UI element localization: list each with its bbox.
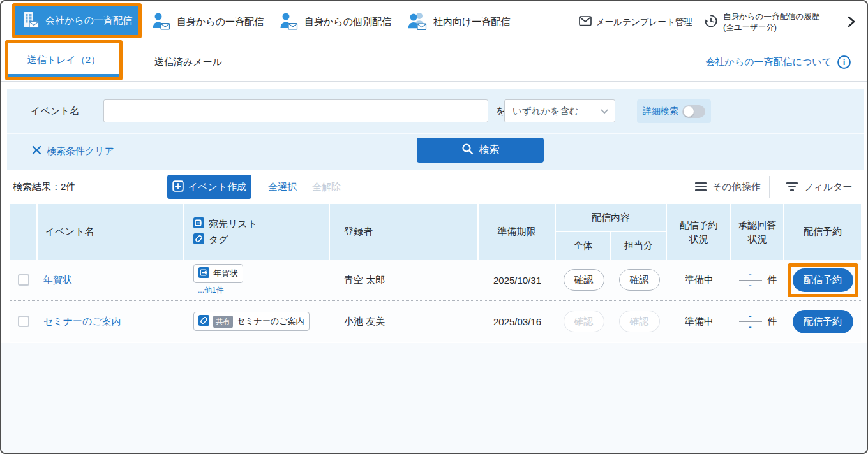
delivery-reserve-button[interactable]: 配信予約 <box>793 268 853 292</box>
header-checkbox-column <box>10 204 38 260</box>
search-panel: イベント名 を いずれかを含む 詳細検索 検索条件クリア <box>7 89 864 170</box>
other-actions-menu[interactable]: その他操作 <box>695 170 761 204</box>
highlight-box-outbox-tab: 送信トレイ（2） <box>5 40 123 80</box>
header-delivery-content: 配信内容 <box>556 204 666 232</box>
approval-count-cell: - - 件 <box>731 272 784 288</box>
event-table: イベント名 宛先リスト <box>10 204 861 342</box>
select-all-link[interactable]: 全選択 <box>268 170 297 204</box>
x-clear-icon <box>32 145 41 157</box>
event-name-link[interactable]: 年賀状 <box>38 274 72 286</box>
highlight-box-reserve-button: 配信予約 <box>788 263 858 297</box>
header-overall: 全体 <box>556 232 610 260</box>
nav-item-company-broadcast[interactable]: 会社からの一斉配信 <box>15 6 138 35</box>
header-delivery-content-group: 配信内容 全体 担当分 <box>556 204 667 260</box>
unit-label: 件 <box>768 274 777 286</box>
nav-item-label: 自身からの個別配信 <box>304 16 391 28</box>
confirm-assigned-button[interactable]: 確認 <box>619 311 660 332</box>
row-checkbox[interactable] <box>18 274 29 286</box>
header-event-name: イベント名 <box>38 204 184 260</box>
tag-icon <box>193 233 204 246</box>
unit-label: 件 <box>768 316 777 328</box>
nav-item-self-broadcast[interactable]: 自身からの一斉配信 <box>151 1 264 43</box>
recipient-list-icon <box>193 217 204 230</box>
hamburger-menu-icon <box>695 180 707 193</box>
highlight-box-company-broadcast: 会社からの一斉配信 <box>12 3 142 38</box>
recipient-list-chip: 年賀状 <box>193 264 243 283</box>
event-name-input[interactable] <box>103 99 488 122</box>
person-mail-icon <box>279 11 299 33</box>
recipient-list-icon <box>198 267 209 280</box>
nav-item-label: メールテンプレート管理 <box>596 17 692 28</box>
nav-item-internal-broadcast[interactable]: 社内向け一斉配信 <box>407 1 510 43</box>
panel-divider <box>7 133 864 134</box>
nav-item-label: 会社からの一斉配信 <box>45 15 132 27</box>
info-icon[interactable] <box>837 55 851 69</box>
recipient-cell: 共有 セミナーのご案内 <box>184 312 330 331</box>
header-reserve: 配信予約 <box>784 204 861 260</box>
reserve-status-cell: 準備中 <box>667 274 731 286</box>
table-header: イベント名 宛先リスト <box>10 204 861 260</box>
chevron-down-icon <box>601 106 608 116</box>
header-assigned: 担当分 <box>610 232 666 260</box>
tab-outbox[interactable]: 送信トレイ（2） <box>8 43 119 77</box>
nav-item-mail-template-management[interactable]: メールテンプレート管理 <box>579 1 692 43</box>
shared-badge: 共有 <box>213 316 233 328</box>
reserve-status-cell: 準備中 <box>667 316 731 328</box>
event-name-link[interactable]: セミナーのご案内 <box>38 316 121 328</box>
tag-chip: 共有 セミナーのご案内 <box>193 312 310 331</box>
advanced-search-toggle[interactable]: 詳細検索 <box>637 99 711 123</box>
nav-scroll-chevron-right[interactable] <box>846 15 857 31</box>
header-reserve-status: 配信予約状況 <box>667 204 731 260</box>
registrant-cell: 青空 太郎 <box>330 274 479 286</box>
confirm-overall-button[interactable]: 確認 <box>564 269 604 291</box>
tag-icon <box>198 315 209 328</box>
row-checkbox[interactable] <box>18 316 29 327</box>
sub-tab-bar: 送信済みメール 会社からの一斉配信について <box>1 43 867 82</box>
create-event-button[interactable]: イベント作成 <box>167 175 251 199</box>
approval-count-cell: - - 件 <box>731 314 784 330</box>
results-toolbar: 検索結果：2件 イベント作成 全選択 全解除 その他操作 フィルター <box>1 170 867 204</box>
confirm-assigned-button[interactable]: 確認 <box>619 269 660 291</box>
header-approval-status: 承認回答状況 <box>731 204 784 260</box>
match-condition-select[interactable]: いずれかを含む <box>504 99 615 122</box>
history-clock-icon <box>703 13 719 31</box>
plus-square-icon <box>172 180 184 194</box>
company-building-mail-icon <box>21 10 40 31</box>
deselect-all-link[interactable]: 全解除 <box>312 170 341 204</box>
clear-search-conditions-link[interactable]: 検索条件クリア <box>32 134 114 168</box>
toolbar-divider <box>769 176 770 198</box>
result-count: 検索結果：2件 <box>13 170 75 204</box>
more-items-link[interactable]: ...他1件 <box>198 285 224 296</box>
search-button[interactable]: 検索 <box>417 138 544 163</box>
registrant-cell: 小池 友美 <box>330 316 479 328</box>
nav-item-broadcast-history[interactable]: 自身からの一斉配信の履歴 (全ユーザー分) <box>703 1 819 43</box>
recipient-cell: 年賀状 ...他1件 <box>184 264 330 296</box>
empty-content-area <box>1 343 867 453</box>
header-deadline: 準備期限 <box>479 204 556 260</box>
nav-item-self-individual[interactable]: 自身からの個別配信 <box>279 1 391 43</box>
table-row: セミナーのご案内 共有 セミナーのご案内 小池 友美 2025/03/16 確認… <box>10 301 861 342</box>
delivery-reserve-button[interactable]: 配信予約 <box>793 310 853 333</box>
header-registrant: 登録者 <box>330 204 479 260</box>
deadline-cell: 2025/03/16 <box>479 316 556 327</box>
event-name-label: イベント名 <box>31 89 79 133</box>
filter-icon <box>786 181 798 192</box>
nav-item-label: 自身からの一斉配信 <box>177 16 264 28</box>
envelope-icon <box>579 16 592 28</box>
filter-menu[interactable]: フィルター <box>786 170 852 204</box>
top-navigation: 会社からの一斉配信 自身からの一斉配信 <box>1 1 867 43</box>
people-mail-icon <box>407 11 428 33</box>
header-recipients-tag: 宛先リスト タグ <box>184 204 330 260</box>
toggle-switch-off[interactable] <box>682 105 705 118</box>
search-icon <box>461 143 474 157</box>
about-company-broadcast-link[interactable]: 会社からの一斉配信について <box>706 43 851 81</box>
deadline-cell: 2025/10/31 <box>479 275 556 286</box>
tab-sent-mail[interactable]: 送信済みメール <box>154 43 222 81</box>
table-row: 年賀状 年賀状 ...他1件 青空 太郎 2025/10/31 確認 <box>10 260 861 301</box>
person-mail-icon <box>151 11 172 33</box>
confirm-overall-button[interactable]: 確認 <box>564 311 604 332</box>
match-condition-value: いずれかを含む <box>513 105 595 117</box>
nav-item-label: 社内向け一斉配信 <box>433 16 510 28</box>
app-window: 会社からの一斉配信 自身からの一斉配信 <box>0 0 868 454</box>
nav-item-label: 自身からの一斉配信の履歴 (全ユーザー分) <box>723 11 819 33</box>
